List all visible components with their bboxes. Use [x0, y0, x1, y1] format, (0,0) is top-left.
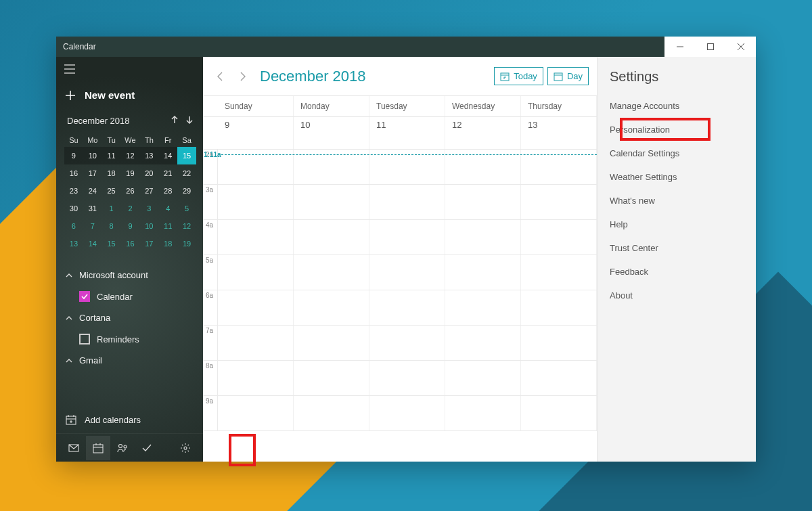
mini-calendar-day[interactable]: 19 [177, 235, 196, 252]
time-row[interactable]: 6a [203, 290, 597, 326]
calendar-toggle[interactable]: Reminders [66, 328, 196, 350]
account-header[interactable]: Microsoft account [66, 265, 196, 286]
date-cell[interactable]: 10 [294, 117, 369, 149]
mini-calendar-day[interactable]: 6 [64, 217, 83, 235]
time-slot[interactable] [369, 185, 445, 219]
next-period-button[interactable] [233, 67, 252, 86]
account-header[interactable]: Cortana [66, 307, 196, 328]
mini-calendar-day[interactable]: 9 [121, 217, 140, 235]
date-cell[interactable]: 12 [445, 117, 521, 149]
account-header[interactable]: Gmail [66, 350, 196, 371]
time-slot[interactable] [521, 361, 597, 395]
settings-item-manage-accounts[interactable]: Manage Accounts [597, 94, 756, 118]
date-cell[interactable]: 9 [218, 117, 294, 149]
time-slot[interactable] [369, 396, 445, 430]
mini-calendar-day[interactable]: 26 [121, 182, 140, 200]
calendar-app-button[interactable] [86, 436, 110, 460]
time-grid[interactable]: 1:11a 2a3a4a5a6a7a8a9a [203, 150, 597, 462]
mini-calendar-day[interactable]: 17 [139, 235, 158, 252]
mini-calendar-next[interactable] [185, 114, 194, 127]
calendar-toggle[interactable]: Calendar [66, 286, 196, 307]
time-slot[interactable] [369, 361, 445, 395]
time-slot[interactable] [218, 290, 294, 325]
mini-calendar-day[interactable]: 23 [64, 182, 83, 200]
mini-calendar-day[interactable]: 16 [64, 164, 83, 182]
time-slot[interactable] [294, 396, 369, 430]
maximize-button[interactable] [695, 37, 725, 57]
mini-calendar-day[interactable]: 10 [139, 217, 158, 235]
time-slot[interactable] [369, 290, 445, 325]
time-row[interactable]: 7a [203, 326, 597, 361]
new-event-button[interactable]: New event [56, 81, 203, 110]
mini-calendar-day[interactable]: 29 [177, 182, 196, 200]
time-slot[interactable] [218, 255, 294, 290]
mini-calendar-day[interactable]: 13 [64, 235, 83, 252]
time-slot[interactable] [294, 290, 369, 325]
time-row[interactable]: 8a [203, 361, 597, 396]
mini-calendar-day[interactable]: 1 [102, 200, 121, 217]
mini-calendar-day[interactable]: 14 [83, 235, 102, 252]
mini-calendar-day[interactable]: 18 [158, 235, 177, 252]
settings-item-what-s-new[interactable]: What's new [597, 189, 756, 213]
time-row[interactable]: 5a [203, 255, 597, 290]
settings-item-help[interactable]: Help [597, 213, 756, 236]
mini-calendar-day[interactable]: 11 [102, 147, 121, 164]
time-slot[interactable] [445, 255, 521, 290]
time-slot[interactable] [445, 290, 521, 325]
view-selector[interactable]: Day [547, 67, 589, 85]
today-button[interactable]: Today [494, 67, 543, 85]
time-slot[interactable] [445, 185, 521, 219]
time-slot[interactable] [445, 396, 521, 430]
mini-calendar-day[interactable]: 20 [139, 164, 158, 182]
time-slot[interactable] [294, 255, 369, 290]
time-row[interactable]: 3a [203, 185, 597, 220]
mini-calendar-day[interactable]: 4 [158, 200, 177, 217]
settings-item-feedback[interactable]: Feedback [597, 260, 756, 284]
mini-calendar-day[interactable]: 3 [139, 200, 158, 217]
time-slot[interactable] [369, 326, 445, 360]
mini-calendar-day[interactable]: 13 [139, 147, 158, 164]
mini-calendar-day[interactable]: 30 [64, 200, 83, 217]
mini-calendar-day[interactable]: 7 [83, 217, 102, 235]
checkbox[interactable] [79, 291, 90, 302]
mini-calendar-day[interactable]: 10 [83, 147, 102, 164]
time-row[interactable]: 9a [203, 396, 597, 431]
time-slot[interactable] [218, 396, 294, 430]
time-row[interactable]: 4a [203, 220, 597, 255]
settings-item-about[interactable]: About [597, 284, 756, 307]
mini-calendar-day[interactable]: 15 [102, 235, 121, 252]
settings-item-calendar-settings[interactable]: Calendar Settings [597, 141, 756, 165]
people-app-button[interactable] [110, 436, 135, 460]
hamburger-button[interactable] [56, 57, 83, 81]
date-cell[interactable]: 13 [521, 117, 597, 149]
time-slot[interactable] [521, 220, 597, 254]
mini-calendar-day[interactable]: 8 [102, 217, 121, 235]
todo-app-button[interactable] [135, 436, 159, 460]
mini-calendar-day[interactable]: 17 [83, 164, 102, 182]
add-calendars-button[interactable]: Add calendars [56, 407, 203, 433]
mini-calendar-day[interactable]: 21 [158, 164, 177, 182]
mini-calendar-day[interactable]: 12 [177, 217, 196, 235]
mini-calendar-day[interactable]: 2 [121, 200, 140, 217]
mail-app-button[interactable] [62, 436, 86, 460]
mini-calendar-day[interactable]: 19 [121, 164, 140, 182]
mini-calendar-day[interactable]: 11 [158, 217, 177, 235]
time-slot[interactable] [445, 220, 521, 254]
time-slot[interactable] [445, 326, 521, 360]
mini-calendar-day[interactable]: 27 [139, 182, 158, 200]
time-slot[interactable] [218, 220, 294, 254]
settings-button[interactable] [173, 436, 198, 460]
time-slot[interactable] [521, 255, 597, 290]
time-slot[interactable] [369, 220, 445, 254]
time-slot[interactable] [521, 396, 597, 430]
time-slot[interactable] [369, 255, 445, 290]
mini-calendar-day[interactable]: 14 [158, 147, 177, 164]
settings-item-trust-center[interactable]: Trust Center [597, 236, 756, 260]
checkbox[interactable] [79, 334, 90, 345]
mini-calendar-day[interactable]: 12 [121, 147, 140, 164]
mini-calendar-day[interactable]: 25 [102, 182, 121, 200]
mini-calendar-day[interactable]: 18 [102, 164, 121, 182]
time-slot[interactable] [294, 220, 369, 254]
mini-calendar-day[interactable]: 31 [83, 200, 102, 217]
minimize-button[interactable] [664, 37, 695, 57]
